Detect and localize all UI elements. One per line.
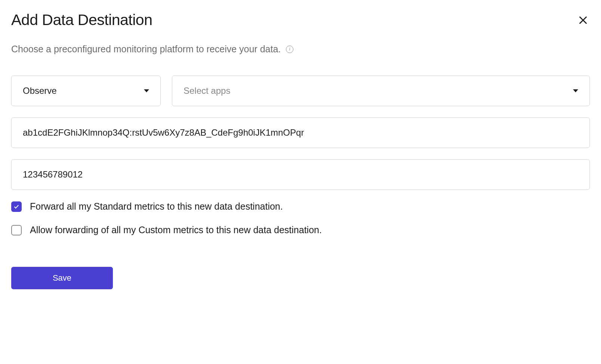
caret-down-icon: [144, 89, 149, 92]
checkbox-standard-row: Forward all my Standard metrics to this …: [11, 201, 590, 212]
checkbox-custom-metrics[interactable]: [11, 225, 22, 235]
checkbox-custom-row: Allow forwarding of all my Custom metric…: [11, 225, 590, 235]
apps-select[interactable]: Select apps: [172, 75, 590, 106]
info-icon[interactable]: i: [286, 46, 293, 53]
modal-header: Add Data Destination: [11, 11, 590, 29]
add-data-destination-modal: Add Data Destination Choose a preconfigu…: [11, 11, 590, 289]
save-button[interactable]: Save: [11, 267, 113, 289]
account-id-input[interactable]: [11, 159, 590, 190]
modal-subtitle: Choose a preconfigured monitoring platfo…: [11, 44, 281, 55]
apps-select-placeholder: Select apps: [184, 86, 573, 96]
checkbox-standard-metrics[interactable]: [11, 201, 22, 212]
caret-down-icon: [573, 89, 578, 92]
api-key-input[interactable]: [11, 117, 590, 148]
modal-title: Add Data Destination: [11, 11, 152, 29]
platform-select-value: Observe: [23, 86, 144, 96]
close-button[interactable]: [576, 13, 590, 27]
close-icon: [578, 15, 588, 25]
select-row: Observe Select apps: [11, 75, 590, 106]
checkbox-custom-label[interactable]: Allow forwarding of all my Custom metric…: [30, 225, 322, 235]
platform-select[interactable]: Observe: [11, 75, 161, 106]
checkmark-icon: [13, 204, 19, 210]
modal-subtitle-row: Choose a preconfigured monitoring platfo…: [11, 44, 590, 55]
checkbox-standard-label[interactable]: Forward all my Standard metrics to this …: [30, 201, 283, 212]
